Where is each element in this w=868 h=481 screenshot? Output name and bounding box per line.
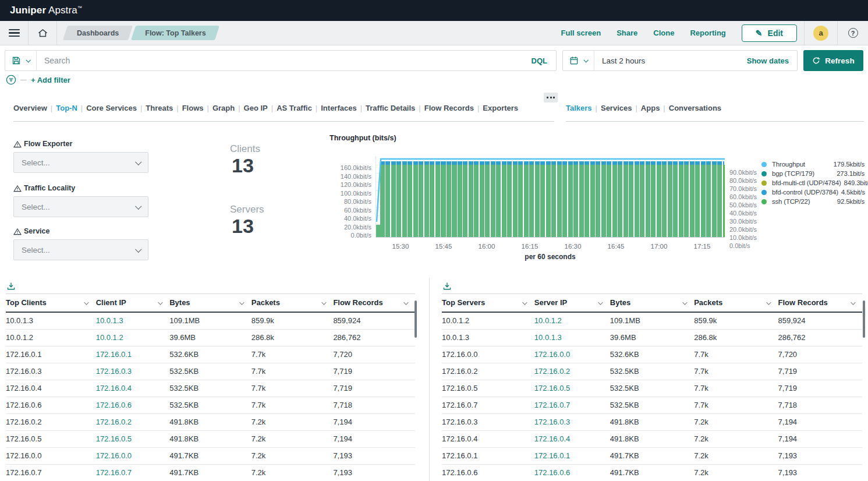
chevron-down-icon[interactable] (851, 300, 855, 305)
edit-button[interactable]: ✎ Edit (742, 24, 797, 42)
ip-link[interactable]: 172.16.0.2 (534, 363, 610, 380)
table-row[interactable]: 172.16.0.0172.16.0.0532.6KB7.7k7,720 (442, 346, 862, 363)
chevron-down-icon[interactable] (26, 58, 30, 62)
floppy-disk-icon[interactable] (12, 56, 21, 65)
ip-link[interactable]: 172.16.0.3 (96, 363, 170, 380)
ip-link[interactable]: 10.0.1.2 (96, 329, 170, 346)
calendar-icon[interactable] (569, 56, 579, 65)
tab-overview[interactable]: Overview (13, 104, 47, 112)
full-screen-link[interactable]: Full screen (561, 29, 601, 37)
tab-threats[interactable]: Threats (146, 104, 173, 112)
legend-item-ssh-tcp-22[interactable]: ssh (TCP/22)92.5kbit/s (761, 198, 865, 205)
table-row[interactable]: 10.0.1.310.0.1.3109.1MB859.9k859,924 (6, 312, 415, 329)
ip-link[interactable]: 172.16.0.3 (534, 413, 610, 430)
table-row[interactable]: 172.16.0.4172.16.0.4532.5KB7.7k7,719 (6, 380, 415, 397)
table-row[interactable]: 172.16.0.6172.16.0.6532.5KB7.7k7,718 (6, 397, 415, 413)
legend-item-bgp-tcp-179[interactable]: bgp (TCP/179)273.1bit/s (761, 170, 865, 177)
tab-services[interactable]: Services (601, 104, 632, 112)
column-header-flow-records[interactable]: Flow Records (333, 294, 415, 313)
table-row[interactable]: 172.16.0.0172.16.0.0491.7KB7.2k7,193 (6, 447, 415, 464)
show-dates-link[interactable]: Show dates (747, 56, 797, 65)
refresh-button[interactable]: Refresh (803, 50, 863, 71)
table-row[interactable]: 172.16.0.6172.16.0.6491.7KB7.2k7,193 (442, 464, 862, 481)
tab-flow-records[interactable]: Flow Records (424, 104, 474, 112)
tab-core-services[interactable]: Core Services (86, 104, 137, 112)
table-row[interactable]: 172.16.0.5172.16.0.5532.5KB7.7k7,719 (442, 380, 862, 397)
download-icon[interactable] (442, 282, 452, 291)
tab-talkers[interactable]: Talkers (566, 104, 592, 112)
share-link[interactable]: Share (617, 29, 637, 37)
column-header-packets[interactable]: Packets (251, 294, 334, 313)
ip-link[interactable]: 10.0.1.2 (534, 312, 610, 329)
home-button[interactable] (29, 21, 56, 45)
add-filter-button[interactable]: + Add filter (31, 76, 70, 84)
legend-item-bfd-multi-ctl-udp-4784[interactable]: bfd-multi-ctl (UDP/4784)849.3bit/s (761, 179, 865, 186)
table-row[interactable]: 172.16.0.4172.16.0.4491.8KB7.2k7,194 (442, 430, 862, 447)
tab-flows[interactable]: Flows (182, 104, 204, 112)
ip-link[interactable]: 10.0.1.3 (534, 329, 610, 346)
ip-link[interactable]: 172.16.0.5 (96, 430, 170, 447)
ip-link[interactable]: 172.16.0.1 (534, 447, 610, 464)
chevron-down-icon[interactable] (321, 300, 326, 305)
ip-link[interactable]: 172.16.0.1 (96, 346, 170, 363)
tab-conversations[interactable]: Conversations (669, 104, 721, 112)
column-header-bytes[interactable]: Bytes (169, 294, 251, 313)
search-input[interactable]: Search DQL (5, 50, 557, 71)
traffic-locality-select[interactable]: Select... (13, 196, 148, 217)
flow-exporter-select[interactable]: Select... (13, 152, 148, 173)
chevron-down-icon[interactable] (523, 300, 527, 305)
column-header-packets[interactable]: Packets (694, 294, 778, 313)
tab-interfaces[interactable]: Interfaces (321, 104, 356, 112)
time-range-value[interactable]: Last 2 hours (594, 56, 645, 65)
table-row[interactable]: 172.16.0.7172.16.0.7532.5KB7.7k7,718 (442, 397, 862, 413)
column-header-top-servers[interactable]: Top Servers (442, 294, 534, 313)
tab-as-traffic[interactable]: AS Traffic (277, 104, 312, 112)
table-row[interactable]: 172.16.0.7172.16.0.7491.7KB7.2k7,193 (6, 464, 415, 481)
table-row[interactable]: 172.16.0.3172.16.0.3532.5KB7.7k7,719 (6, 363, 415, 380)
column-header-bytes[interactable]: Bytes (610, 294, 694, 313)
table-row[interactable]: 10.0.1.310.0.1.339.6MB286.8k286,762 (442, 329, 862, 346)
legend-item-throughput[interactable]: Throughput179.5kbit/s (761, 161, 865, 168)
ip-link[interactable]: 172.16.0.4 (96, 380, 170, 397)
scrollbar[interactable] (863, 300, 865, 338)
dql-toggle[interactable]: DQL (532, 56, 556, 65)
ip-link[interactable]: 172.16.0.5 (534, 380, 610, 397)
reporting-link[interactable]: Reporting (690, 29, 725, 37)
ip-link[interactable]: 172.16.0.6 (534, 464, 610, 481)
chevron-down-icon[interactable] (598, 300, 603, 305)
table-row[interactable]: 172.16.0.2172.16.0.2491.8KB7.2k7,194 (6, 413, 415, 430)
ip-link[interactable]: 172.16.0.4 (534, 430, 610, 447)
menu-button[interactable] (0, 21, 28, 45)
ip-link[interactable]: 172.16.0.6 (96, 397, 170, 413)
tab-traffic-details[interactable]: Traffic Details (366, 104, 415, 112)
table-row[interactable]: 10.0.1.210.0.1.239.6MB286.8k286,762 (6, 329, 415, 346)
tab-geo-ip[interactable]: Geo IP (244, 104, 268, 112)
download-icon[interactable] (6, 282, 16, 291)
tab-exporters[interactable]: Exporters (483, 104, 518, 112)
service-select[interactable]: Select... (13, 239, 148, 260)
table-row[interactable]: 10.0.1.210.0.1.2109.1MB859.9k859,924 (442, 312, 862, 329)
chevron-down-icon[interactable] (583, 58, 588, 62)
breadcrumb-dashboards[interactable]: Dashboards (65, 26, 130, 40)
tab-top-n[interactable]: Top-N (56, 104, 77, 112)
tab-apps[interactable]: Apps (641, 104, 660, 112)
chevron-down-icon[interactable] (240, 300, 245, 305)
clone-link[interactable]: Clone (653, 29, 674, 37)
legend-item-bfd-control-udp-3784[interactable]: bfd-control (UDP/3784)4.5kbit/s (761, 189, 865, 196)
chevron-down-icon[interactable] (158, 300, 162, 305)
more-options-button[interactable] (544, 93, 558, 102)
table-row[interactable]: 172.16.0.3172.16.0.3491.8KB7.2k7,194 (442, 413, 862, 430)
chevron-down-icon[interactable] (403, 300, 408, 305)
help-icon[interactable]: ? (848, 28, 858, 38)
column-header-top-clients[interactable]: Top Clients (6, 294, 96, 313)
chevron-down-icon[interactable] (84, 300, 89, 305)
column-header-flow-records[interactable]: Flow Records (778, 294, 862, 313)
ip-link[interactable]: 172.16.0.0 (96, 447, 170, 464)
tab-graph[interactable]: Graph (212, 104, 235, 112)
table-row[interactable]: 172.16.0.1172.16.0.1491.7KB7.2k7,193 (442, 447, 862, 464)
table-row[interactable]: 172.16.0.2172.16.0.2532.5KB7.7k7,719 (442, 363, 862, 380)
filter-icon[interactable] (6, 75, 16, 85)
ip-link[interactable]: 172.16.0.2 (96, 413, 170, 430)
time-range-picker[interactable]: Last 2 hours Show dates (562, 50, 798, 71)
table-row[interactable]: 172.16.0.5172.16.0.5491.8KB7.2k7,194 (6, 430, 415, 447)
